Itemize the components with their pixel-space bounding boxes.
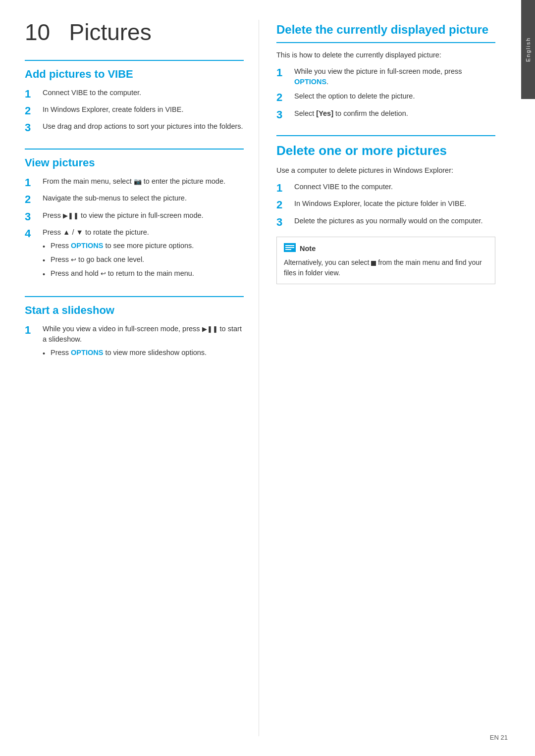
note-text: Alternatively, you can select from the m… bbox=[284, 257, 488, 278]
play-pause-icon-2: ▶❚❚ bbox=[202, 325, 218, 334]
bullet-dot: • bbox=[43, 269, 47, 280]
chapter-name: Pictures bbox=[69, 19, 152, 45]
options-keyword-2: OPTIONS bbox=[71, 349, 103, 356]
svg-rect-3 bbox=[285, 249, 291, 250]
step-number: 3 bbox=[25, 210, 39, 223]
step-text: Press ▶❚❚ to view the picture in full-sc… bbox=[43, 210, 244, 221]
delete-more-intro: Use a computer to delete pictures in Win… bbox=[276, 165, 495, 176]
step-text: While you view a video in full-screen mo… bbox=[43, 324, 244, 361]
right-column: Delete the currently displayed picture T… bbox=[259, 20, 495, 736]
section-add-pictures: Add pictures to VIBE 1 Connect VIBE to t… bbox=[25, 60, 244, 135]
step-text: While you view the picture in full-scree… bbox=[294, 66, 495, 87]
list-item: 3 Delete the pictures as you normally wo… bbox=[276, 216, 495, 229]
note-label: Note bbox=[300, 245, 316, 252]
step-text: From the main menu, select 📷 to enter th… bbox=[43, 176, 244, 187]
step-number: 2 bbox=[25, 193, 39, 206]
options-keyword: OPTIONS bbox=[71, 242, 103, 250]
step-text: Press ▲ / ▼ to rotate the picture. • Pre… bbox=[43, 227, 244, 282]
step-text: Select [Yes] to confirm the deletion. bbox=[294, 108, 495, 119]
step-text: Navigate the sub-menus to select the pic… bbox=[43, 193, 244, 203]
section-title-view: View pictures bbox=[25, 156, 244, 169]
list-item: 3 Select [Yes] to confirm the deletion. bbox=[276, 108, 495, 121]
step-number: 1 bbox=[276, 66, 290, 79]
section-delete-more: Delete one or more pictures Use a comput… bbox=[276, 135, 495, 284]
main-content: 10 Pictures Add pictures to VIBE 1 Conne… bbox=[0, 0, 535, 756]
bullet-text: Press OPTIONS to view more slideshow opt… bbox=[51, 348, 207, 358]
step-text: Connect VIBE to the computer. bbox=[43, 88, 244, 98]
side-tab: English bbox=[521, 0, 535, 99]
section-divider bbox=[276, 42, 495, 43]
square-icon bbox=[371, 261, 376, 266]
footer-text: EN 21 bbox=[490, 734, 508, 741]
bullet-dot: • bbox=[43, 255, 47, 266]
note-header: Note bbox=[284, 243, 488, 253]
svg-rect-1 bbox=[285, 245, 294, 246]
list-item: 1 Connect VIBE to the computer. bbox=[25, 88, 244, 101]
bullet-text: Press ↩ to go back one level. bbox=[51, 254, 144, 265]
chapter-title: 10 Pictures bbox=[25, 20, 244, 45]
bullet-item: • Press OPTIONS to view more slideshow o… bbox=[43, 348, 244, 359]
section-view-pictures: View pictures 1 From the main menu, sele… bbox=[25, 149, 244, 282]
svg-rect-2 bbox=[285, 247, 294, 248]
section-divider bbox=[25, 149, 244, 150]
bullet-item: • Press and hold ↩ to return to the main… bbox=[43, 268, 244, 280]
list-item: 4 Press ▲ / ▼ to rotate the picture. • P… bbox=[25, 227, 244, 282]
bullet-item: • Press ↩ to go back one level. bbox=[43, 254, 244, 266]
section-title-add: Add pictures to VIBE bbox=[25, 68, 244, 81]
options-keyword-3: OPTIONS bbox=[294, 78, 326, 86]
sub-bullet-list-2: • Press OPTIONS to view more slideshow o… bbox=[43, 348, 244, 359]
list-item: 2 Navigate the sub-menus to select the p… bbox=[25, 193, 244, 206]
section-title-delete-current: Delete the currently displayed picture bbox=[276, 22, 495, 37]
add-pictures-list: 1 Connect VIBE to the computer. 2 In Win… bbox=[25, 88, 244, 135]
section-divider bbox=[25, 60, 244, 61]
section-title-slideshow: Start a slideshow bbox=[25, 304, 244, 317]
yes-keyword: [Yes] bbox=[316, 109, 333, 117]
bullet-text: Press and hold ↩ to return to the main m… bbox=[51, 268, 194, 279]
bullet-dot: • bbox=[43, 349, 47, 359]
back-icon: ↩ bbox=[71, 256, 76, 263]
bullet-dot: • bbox=[43, 242, 47, 252]
step-number: 4 bbox=[25, 227, 39, 240]
side-tab-label: English bbox=[525, 37, 531, 62]
page-footer: EN 21 bbox=[490, 734, 508, 741]
list-item: 3 Use drag and drop actions to sort your… bbox=[25, 121, 244, 134]
step-number: 2 bbox=[276, 91, 290, 104]
note-box: Note Alternatively, you can select from … bbox=[276, 237, 495, 284]
view-pictures-list: 1 From the main menu, select 📷 to enter … bbox=[25, 176, 244, 282]
back-icon-2: ↩ bbox=[101, 270, 106, 277]
bullet-item: • Press OPTIONS to see more picture opti… bbox=[43, 241, 244, 252]
delete-current-list: 1 While you view the picture in full-scr… bbox=[276, 66, 495, 121]
section-divider bbox=[25, 296, 244, 297]
step-number: 3 bbox=[276, 216, 290, 229]
delete-more-list: 1 Connect VIBE to the computer. 2 In Win… bbox=[276, 182, 495, 229]
step-number: 2 bbox=[25, 104, 39, 117]
list-item: 2 In Windows Explorer, create folders in… bbox=[25, 104, 244, 117]
step-text: Connect VIBE to the computer. bbox=[294, 182, 495, 192]
step-text: Select the option to delete the picture. bbox=[294, 91, 495, 101]
section-title-delete-more: Delete one or more pictures bbox=[276, 143, 495, 158]
left-column: 10 Pictures Add pictures to VIBE 1 Conne… bbox=[25, 20, 259, 736]
step-number: 2 bbox=[276, 199, 290, 211]
delete-current-intro: This is how to delete the currently disp… bbox=[276, 50, 495, 60]
section-divider bbox=[276, 135, 495, 136]
step-number: 1 bbox=[25, 324, 39, 337]
step-number: 1 bbox=[25, 176, 39, 189]
list-item: 2 In Windows Explorer, locate the pictur… bbox=[276, 199, 495, 211]
step-text: In Windows Explorer, create folders in V… bbox=[43, 104, 244, 115]
step-number: 1 bbox=[25, 88, 39, 101]
note-icon bbox=[284, 243, 296, 253]
step-text: Use drag and drop actions to sort your p… bbox=[43, 121, 244, 132]
chapter-number: 10 bbox=[25, 19, 50, 45]
bullet-text: Press OPTIONS to see more picture option… bbox=[51, 241, 194, 251]
step-text: In Windows Explorer, locate the picture … bbox=[294, 199, 495, 209]
list-item: 1 Connect VIBE to the computer. bbox=[276, 182, 495, 195]
section-slideshow: Start a slideshow 1 While you view a vid… bbox=[25, 296, 244, 361]
list-item: 1 While you view a video in full-screen … bbox=[25, 324, 244, 361]
play-pause-icon: ▶❚❚ bbox=[63, 211, 79, 221]
sub-bullet-list: • Press OPTIONS to see more picture opti… bbox=[43, 241, 244, 280]
step-number: 3 bbox=[25, 121, 39, 134]
list-item: 3 Press ▶❚❚ to view the picture in full-… bbox=[25, 210, 244, 223]
page-container: English 10 Pictures Add pictures to VIBE… bbox=[0, 0, 535, 756]
camera-icon: 📷 bbox=[134, 178, 142, 185]
list-item: 1 While you view the picture in full-scr… bbox=[276, 66, 495, 87]
